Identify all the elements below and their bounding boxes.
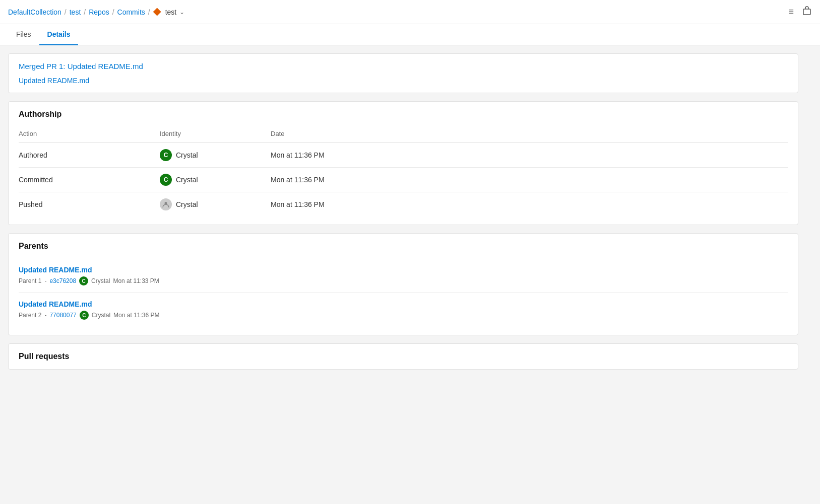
authorship-row: Pushed CrystalMon at 11:36 PM [19, 192, 788, 217]
breadcrumb-repo-name: test [165, 8, 177, 16]
tab-files[interactable]: Files [8, 24, 39, 45]
tabs-bar: Files Details [0, 24, 820, 45]
avatar-0: C [160, 149, 172, 161]
breadcrumb-repos[interactable]: Repos [89, 8, 109, 16]
commit-title[interactable]: Merged PR 1: Updated README.md [19, 62, 788, 70]
main-content: Merged PR 1: Updated README.md Updated R… [0, 45, 806, 386]
auth-date-2: Mon at 11:36 PM [271, 192, 788, 217]
repo-icon [153, 8, 161, 16]
parent-num-0: Parent 1 [19, 277, 41, 284]
parents-section: Parents Updated README.mdParent 1-e3c762… [9, 234, 798, 335]
sep2: / [84, 8, 86, 16]
breadcrumb-test[interactable]: test [70, 8, 81, 16]
authorship-table: Action Identity Date AuthoredCCrystalMon… [19, 127, 788, 217]
authorship-title: Authorship [19, 110, 788, 119]
parent-num-1: Parent 2 [19, 312, 41, 319]
commit-subtitle[interactable]: Updated README.md [19, 77, 788, 85]
commit-messages-card: Merged PR 1: Updated README.md Updated R… [8, 53, 798, 93]
parent-author-1: Crystal [92, 312, 110, 319]
parent-avatar-1: C [80, 311, 89, 320]
tab-details[interactable]: Details [39, 24, 79, 45]
authorship-section: Authorship Action Identity Date Authored… [9, 102, 798, 225]
parent-item-0: Updated README.mdParent 1-e3c76208CCryst… [19, 259, 788, 293]
auth-action-1: Committed [19, 168, 160, 192]
breadcrumb-collection[interactable]: DefaultCollection [8, 8, 61, 16]
parent-meta-1: Parent 2-77080077CCrystalMon at 11:36 PM [19, 311, 788, 320]
parent-title-0[interactable]: Updated README.md [19, 266, 788, 274]
nav-icons: ≡ [788, 6, 812, 18]
parent-title-1[interactable]: Updated README.md [19, 300, 788, 308]
auth-action-2: Pushed [19, 192, 160, 217]
top-nav: DefaultCollection / test / Repos / Commi… [0, 0, 820, 24]
authorship-row: CommittedCCrystalMon at 11:36 PM [19, 168, 788, 192]
svg-rect-0 [803, 9, 810, 15]
pull-requests-section: Pull requests [9, 344, 798, 369]
auth-identity-2: Crystal [160, 192, 271, 217]
breadcrumb: DefaultCollection / test / Repos / Commi… [8, 8, 184, 16]
breadcrumb-commits[interactable]: Commits [117, 8, 145, 16]
list-icon[interactable]: ≡ [788, 7, 794, 17]
parents-list: Updated README.mdParent 1-e3c76208CCryst… [19, 259, 788, 327]
parent-meta-0: Parent 1-e3c76208CCrystalMon at 11:33 PM [19, 276, 788, 285]
parents-title: Parents [19, 242, 788, 251]
commit-messages: Merged PR 1: Updated README.md Updated R… [9, 54, 798, 93]
parent-item-1: Updated README.mdParent 2-77080077CCryst… [19, 293, 788, 327]
sep3: / [112, 8, 114, 16]
parent-date-1: Mon at 11:36 PM [113, 312, 159, 319]
identity-name-0: Crystal [176, 151, 198, 159]
pull-requests-card: Pull requests [8, 343, 798, 370]
parent-author-0: Crystal [91, 277, 110, 284]
parents-card: Parents Updated README.mdParent 1-e3c762… [8, 233, 798, 335]
parent-dash-1: - [44, 312, 46, 319]
auth-date-1: Mon at 11:36 PM [271, 168, 788, 192]
chevron-down-icon[interactable]: ⌄ [179, 9, 184, 16]
bag-icon[interactable] [802, 6, 812, 18]
identity-name-2: Crystal [176, 200, 198, 208]
parent-avatar-0: C [79, 276, 88, 285]
col-header-date: Date [271, 127, 788, 143]
sep1: / [65, 8, 67, 16]
avatar-1: C [160, 174, 172, 186]
auth-date-0: Mon at 11:36 PM [271, 143, 788, 168]
pull-requests-title: Pull requests [19, 352, 788, 361]
avatar-2 [160, 198, 172, 210]
parent-hash-1[interactable]: 77080077 [49, 312, 76, 319]
authorship-row: AuthoredCCrystalMon at 11:36 PM [19, 143, 788, 168]
authorship-card: Authorship Action Identity Date Authored… [8, 101, 798, 225]
auth-action-0: Authored [19, 143, 160, 168]
col-header-action: Action [19, 127, 160, 143]
sep4: / [148, 8, 150, 16]
auth-identity-0: CCrystal [160, 143, 271, 168]
auth-identity-1: CCrystal [160, 168, 271, 192]
identity-name-1: Crystal [176, 176, 198, 184]
parent-hash-0[interactable]: e3c76208 [49, 277, 76, 284]
parent-dash-0: - [44, 277, 46, 284]
col-header-identity: Identity [160, 127, 271, 143]
parent-date-0: Mon at 11:33 PM [113, 277, 159, 284]
